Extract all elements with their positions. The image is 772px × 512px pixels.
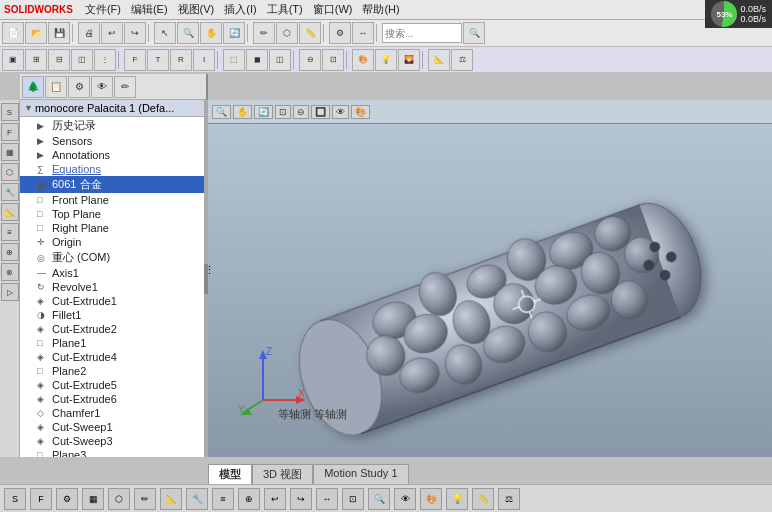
status-btn-5[interactable]: ⬡ xyxy=(108,488,130,510)
tree-item-front-plane[interactable]: □ Front Plane xyxy=(20,193,206,207)
tree-item-cut-sweep1[interactable]: ◈ Cut-Sweep1 xyxy=(20,420,206,434)
tree-item-plane2[interactable]: □ Plane2 xyxy=(20,364,206,378)
tree-item-revolve1[interactable]: ↻ Revolve1 xyxy=(20,280,206,294)
tree-item-cut-extrude2[interactable]: ◈ Cut-Extrude2 xyxy=(20,322,206,336)
tree-item-material[interactable]: ▦ 6061 合金 xyxy=(20,176,206,193)
ft-prop-tab[interactable]: 📋 xyxy=(45,76,67,98)
tb2-btn2[interactable]: ⊞ xyxy=(25,49,47,71)
left-btn-8[interactable]: ⊕ xyxy=(1,243,19,261)
status-btn-7[interactable]: 📐 xyxy=(160,488,182,510)
save-btn[interactable]: 💾 xyxy=(48,22,70,44)
left-btn-6[interactable]: 📐 xyxy=(1,203,19,221)
tree-item-plane3[interactable]: □ Plane3 xyxy=(20,448,206,457)
tree-item-cut-extrude4[interactable]: ◈ Cut-Extrude4 xyxy=(20,350,206,364)
left-btn-4[interactable]: ⬡ xyxy=(1,163,19,181)
left-btn-2[interactable]: F xyxy=(1,123,19,141)
ft-tree-tab[interactable]: 🌲 xyxy=(22,76,44,98)
ft-config-tab[interactable]: ⚙ xyxy=(68,76,90,98)
menu-file[interactable]: 文件(F) xyxy=(81,2,125,17)
sel-btn[interactable]: ↖ xyxy=(154,22,176,44)
print-btn[interactable]: 🖨 xyxy=(78,22,100,44)
status-btn-6[interactable]: ✏ xyxy=(134,488,156,510)
tree-item-com[interactable]: ◎ 重心 (COM) xyxy=(20,249,206,266)
left-btn-3[interactable]: ▦ xyxy=(1,143,19,161)
appear-btn[interactable]: 🎨 xyxy=(352,49,374,71)
search-btn[interactable]: 🔍 xyxy=(463,22,485,44)
scene-btn[interactable]: 🌄 xyxy=(398,49,420,71)
display-edge[interactable]: ◫ xyxy=(269,49,291,71)
status-btn-17[interactable]: 🎨 xyxy=(420,488,442,510)
vp-hide-show[interactable]: 👁 xyxy=(332,105,349,119)
tree-item-origin[interactable]: ✛ Origin xyxy=(20,235,206,249)
zoom-btn[interactable]: 🔍 xyxy=(177,22,199,44)
menu-insert[interactable]: 插入(I) xyxy=(220,2,260,17)
move-btn[interactable]: ↔ xyxy=(352,22,374,44)
tree-item-equations[interactable]: ∑ Equations xyxy=(20,162,206,176)
search-input[interactable] xyxy=(382,23,462,43)
tree-item-history[interactable]: ▶ 历史记录 xyxy=(20,117,206,134)
left-btn-1[interactable]: S xyxy=(1,103,19,121)
tb2-btn3[interactable]: ⊟ xyxy=(48,49,70,71)
status-btn-18[interactable]: 💡 xyxy=(446,488,468,510)
vp-section[interactable]: ⊖ xyxy=(293,105,309,119)
tab-model[interactable]: 模型 xyxy=(208,464,252,484)
tree-item-axis1[interactable]: — Axis1 xyxy=(20,266,206,280)
status-btn-16[interactable]: 👁 xyxy=(394,488,416,510)
display-wire[interactable]: ⬚ xyxy=(223,49,245,71)
tree-item-plane1[interactable]: □ Plane1 xyxy=(20,336,206,350)
tree-item-sensors[interactable]: ▶ Sensors xyxy=(20,134,206,148)
status-btn-10[interactable]: ⊕ xyxy=(238,488,260,510)
section-view[interactable]: ⊖ xyxy=(299,49,321,71)
status-btn-13[interactable]: ↔ xyxy=(316,488,338,510)
status-btn-12[interactable]: ↪ xyxy=(290,488,312,510)
left-btn-9[interactable]: ⊗ xyxy=(1,263,19,281)
tab-motion[interactable]: Motion Study 1 xyxy=(313,464,408,484)
tree-document-label[interactable]: monocore Palacita 1 (Defa... xyxy=(35,102,174,114)
status-btn-9[interactable]: ≡ xyxy=(212,488,234,510)
tree-item-fillet1[interactable]: ◑ Fillet1 xyxy=(20,308,206,322)
measure2[interactable]: 📐 xyxy=(428,49,450,71)
sketch-btn[interactable]: ✏ xyxy=(253,22,275,44)
tree-item-top-plane[interactable]: □ Top Plane xyxy=(20,207,206,221)
status-btn-2[interactable]: F xyxy=(30,488,52,510)
view-top[interactable]: T xyxy=(147,49,169,71)
view-right[interactable]: R xyxy=(170,49,192,71)
status-btn-3[interactable]: ⚙ xyxy=(56,488,78,510)
tree-item-cut-extrude1[interactable]: ◈ Cut-Extrude1 xyxy=(20,294,206,308)
ft-markup-tab[interactable]: ✏ xyxy=(114,76,136,98)
vp-appear[interactable]: 🎨 xyxy=(351,105,370,119)
status-btn-8[interactable]: 🔧 xyxy=(186,488,208,510)
undo-btn[interactable]: ↩ xyxy=(101,22,123,44)
tree-item-cut-sweep3[interactable]: ◈ Cut-Sweep3 xyxy=(20,434,206,448)
pan-btn[interactable]: ✋ xyxy=(200,22,222,44)
status-btn-1[interactable]: S xyxy=(4,488,26,510)
left-btn-5[interactable]: 🔧 xyxy=(1,183,19,201)
tree-item-cut-extrude5[interactable]: ◈ Cut-Extrude5 xyxy=(20,378,206,392)
status-btn-14[interactable]: ⊡ xyxy=(342,488,364,510)
rotate-btn[interactable]: 🔄 xyxy=(223,22,245,44)
vp-zoom[interactable]: 🔍 xyxy=(212,105,231,119)
tb2-btn4[interactable]: ◫ xyxy=(71,49,93,71)
tree-item-annotations[interactable]: ▶ Annotations xyxy=(20,148,206,162)
status-btn-20[interactable]: ⚖ xyxy=(498,488,520,510)
menu-view[interactable]: 视图(V) xyxy=(174,2,219,17)
mass-prop[interactable]: ⚖ xyxy=(451,49,473,71)
vp-fit[interactable]: ⊡ xyxy=(275,105,291,119)
left-btn-10[interactable]: ▷ xyxy=(1,283,19,301)
new-btn[interactable]: 📄 xyxy=(2,22,24,44)
status-btn-19[interactable]: 📏 xyxy=(472,488,494,510)
tree-item-cut-extrude6[interactable]: ◈ Cut-Extrude6 xyxy=(20,392,206,406)
mate-btn[interactable]: ⚙ xyxy=(329,22,351,44)
redo-btn[interactable]: ↪ xyxy=(124,22,146,44)
status-btn-4[interactable]: ▦ xyxy=(82,488,104,510)
vp-rotate[interactable]: 🔄 xyxy=(254,105,273,119)
open-btn[interactable]: 📂 xyxy=(25,22,47,44)
zoom-fit[interactable]: ⊡ xyxy=(322,49,344,71)
display-shade[interactable]: ◼ xyxy=(246,49,268,71)
status-btn-15[interactable]: 🔍 xyxy=(368,488,390,510)
vp-view-orient[interactable]: 🔲 xyxy=(311,105,330,119)
measure-btn[interactable]: 📏 xyxy=(299,22,321,44)
menu-help[interactable]: 帮助(H) xyxy=(358,2,403,17)
view-iso[interactable]: I xyxy=(193,49,215,71)
viewport[interactable]: 🔍 ✋ 🔄 ⊡ ⊖ 🔲 👁 🎨 xyxy=(208,100,772,457)
